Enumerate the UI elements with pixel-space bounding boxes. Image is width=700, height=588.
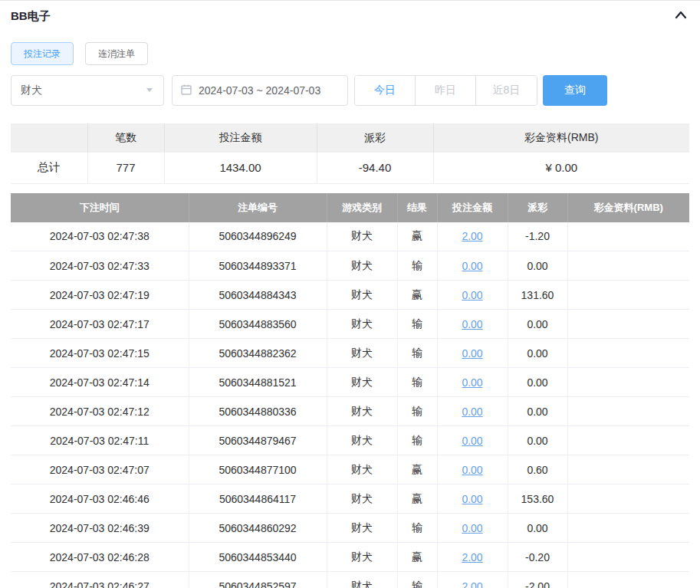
table-row: 2024-07-03 02:47:15 5060344882362 财犬 输 0… [11,339,689,368]
header-result: 结果 [397,193,437,222]
summary-header-payout: 派彩 [317,123,433,153]
tab-cancelled-bets[interactable]: 连消注单 [85,42,148,65]
bet-amount-link[interactable]: 0.00 [462,260,482,272]
bet-amount-link[interactable]: 2.00 [462,551,482,563]
result-cell: 输 [397,339,437,368]
collapse-button[interactable] [674,9,688,24]
quick-yesterday-button[interactable]: 昨日 [416,76,476,105]
bet-amount-link[interactable]: 0.00 [462,347,482,360]
summary-header-bonus: 彩金资料(RMB) [433,123,689,153]
game-select[interactable]: 财犬 [11,75,164,106]
bet-amount-link[interactable]: 0.00 [462,289,482,301]
bonus-cell [567,310,689,339]
bet-amount-link[interactable]: 0.00 [462,406,482,418]
result-cell: 输 [397,251,437,281]
summary-total-bet-amount: 1434.00 [164,153,317,183]
result-cell: 输 [397,426,437,455]
payout-cell: 0.60 [508,455,567,485]
game-type-cell: 财犬 [327,572,397,588]
bet-amount-cell: 0.00 [437,368,508,397]
bet-amount-link[interactable]: 0.00 [462,376,482,389]
result-cell: 输 [397,368,437,397]
bet-amount-link[interactable]: 0.00 [462,464,482,476]
table-header-row: 下注时间 注单编号 游戏类别 结果 投注金额 派彩 彩金资料(RMB) [11,193,689,222]
bet-time-cell: 2024-07-03 02:47:14 [11,368,189,397]
payout-cell: 0.00 [508,368,567,397]
game-type-cell: 财犬 [327,426,397,455]
bonus-cell [567,485,689,514]
bet-amount-link[interactable]: 0.00 [462,493,482,505]
game-type-cell: 财犬 [327,281,397,310]
bet-amount-cell: 2.00 [437,572,508,588]
result-cell: 赢 [397,281,437,310]
bet-amount-link[interactable]: 2.00 [462,230,482,242]
bet-id-cell: 5060344852597 [189,572,327,588]
payout-cell: 0.00 [508,251,567,281]
payout-cell: 0.00 [508,514,567,543]
payout-cell: 0.00 [508,310,567,339]
table-row: 2024-07-03 02:47:19 5060344884343 财犬 赢 0… [11,281,689,310]
bet-time-cell: 2024-07-03 02:47:15 [11,339,189,368]
bet-amount-cell: 0.00 [437,455,508,485]
search-button[interactable]: 查询 [543,75,607,106]
summary-header-count: 笔数 [87,123,164,153]
bet-amount-link[interactable]: 0.00 [462,435,482,447]
header-bet-amount: 投注金额 [437,193,508,222]
header-bonus: 彩金资料(RMB) [567,193,689,222]
result-cell: 输 [397,397,437,426]
panel-title: BB电子 [11,9,51,24]
table-row: 2024-07-03 02:47:11 5060344879467 财犬 输 0… [11,426,689,455]
payout-cell: 0.00 [508,339,567,368]
bet-id-cell: 5060344879467 [189,426,327,455]
table-row: 2024-07-03 02:47:33 5060344893371 财犬 输 0… [11,251,689,281]
bonus-cell [567,251,689,281]
bonus-cell [567,572,689,588]
bet-id-cell: 5060344893371 [189,251,327,281]
date-range-picker[interactable]: 2024-07-03 ~ 2024-07-03 [172,75,348,106]
game-type-cell: 财犬 [327,543,397,572]
tab-bet-records[interactable]: 投注记录 [11,42,74,65]
quick-last8days-button[interactable]: 近8日 [476,76,537,105]
bet-id-cell: 5060344877100 [189,455,327,485]
panel-header: BB电子 [0,1,700,31]
quick-today-button[interactable]: 今日 [355,76,416,105]
bonus-cell [567,339,689,368]
result-cell: 赢 [397,222,437,251]
result-cell: 赢 [397,543,437,572]
table-body: 2024-07-03 02:47:38 5060344896249 财犬 赢 2… [11,222,689,588]
game-type-cell: 财犬 [327,368,397,397]
bet-time-cell: 2024-07-03 02:46:46 [11,485,189,514]
bonus-cell [567,368,689,397]
bet-id-cell: 5060344881521 [189,368,327,397]
summary-header-empty [11,123,87,153]
result-cell: 输 [397,310,437,339]
bet-amount-cell: 0.00 [437,514,508,543]
table-row: 2024-07-03 02:46:39 5060344860292 财犬 输 0… [11,514,689,543]
header-bet-time: 下注时间 [11,193,189,222]
bet-amount-cell: 0.00 [437,251,508,281]
header-payout: 派彩 [508,193,567,222]
payout-cell: 0.00 [508,426,567,455]
bet-time-cell: 2024-07-03 02:46:27 [11,572,189,588]
game-type-cell: 财犬 [327,514,397,543]
bet-amount-cell: 2.00 [437,543,508,572]
bet-id-cell: 5060344880336 [189,397,327,426]
payout-cell: 0.00 [508,397,567,426]
summary-total-payout: -94.40 [317,153,433,183]
payout-cell: -0.20 [508,543,567,572]
table-row: 2024-07-03 02:46:27 5060344852597 财犬 输 2… [11,572,689,588]
summary-header-bet-amount: 投注金额 [164,123,317,153]
bet-amount-link[interactable]: 2.00 [462,580,482,588]
bet-amount-cell: 0.00 [437,426,508,455]
table-row: 2024-07-03 02:47:38 5060344896249 财犬 赢 2… [11,222,689,251]
result-cell: 赢 [397,455,437,485]
bet-amount-link[interactable]: 0.00 [462,318,482,330]
bet-time-cell: 2024-07-03 02:47:38 [11,222,189,251]
bet-amount-link[interactable]: 0.00 [462,522,482,534]
bet-time-cell: 2024-07-03 02:47:33 [11,251,189,281]
header-bet-id: 注单编号 [189,193,327,222]
bet-time-cell: 2024-07-03 02:46:39 [11,514,189,543]
bet-id-cell: 5060344896249 [189,222,327,251]
summary-total-count: 777 [87,153,164,183]
bonus-cell [567,514,689,543]
